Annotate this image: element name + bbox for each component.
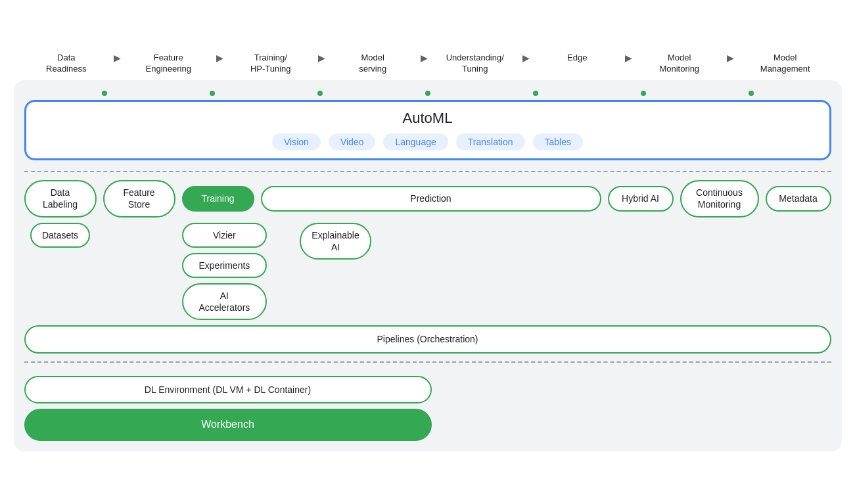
pill-datasets: Datasets <box>30 223 90 248</box>
dl-env-container: DL Environment (DL VM + DL Container) <box>24 376 432 403</box>
pill-experiments: Experiments <box>182 253 267 278</box>
dot-4 <box>425 91 430 96</box>
arrow-6-icon: ▶ <box>625 53 632 63</box>
dot-7 <box>749 91 754 96</box>
main-row-2: Datasets Vizier Experiments AI Accelerat… <box>24 223 831 321</box>
pipeline-steps: Data Readiness ▶ Feature Engineering ▶ T… <box>14 53 842 80</box>
dot-2 <box>210 91 215 96</box>
pill-data-labeling: Data Labeling <box>24 180 97 217</box>
pipelines-row: Pipelines (Orchestration) <box>24 325 831 353</box>
dot-1 <box>102 91 107 96</box>
arrow-3-icon: ▶ <box>318 53 325 63</box>
pill-workbench: Workbench <box>24 409 432 441</box>
pill-vizier: Vizier <box>182 223 267 248</box>
pill-continuous-monitoring: Continuous Monitoring <box>680 180 759 217</box>
divider-2 <box>24 361 831 363</box>
pill-pipelines: Pipelines (Orchestration) <box>24 325 831 353</box>
pill-dl-environment: DL Environment (DL VM + DL Container) <box>24 376 432 403</box>
step-edge: Edge ▶ <box>530 53 632 64</box>
step-model-monitoring: Model Monitoring ▶ <box>632 53 735 75</box>
diagram-main: AutoML Vision Video Language Translation… <box>14 80 842 451</box>
divider-1 <box>24 171 831 172</box>
step-understanding-tuning: Understanding/ Tuning ▶ <box>428 53 530 75</box>
chip-translation: Translation <box>456 133 525 150</box>
pill-feature-store: Feature Store <box>103 180 175 217</box>
dot-3 <box>317 91 323 96</box>
step-model-serving: Model serving ▶ <box>325 53 428 75</box>
chip-language: Language <box>383 133 448 150</box>
dot-5 <box>533 91 538 96</box>
automl-section: AutoML Vision Video Language Translation… <box>24 100 831 160</box>
automl-chips: Vision Video Language Translation Tables <box>37 133 819 150</box>
step-training-hp: Training/ HP-Tuning ▶ <box>223 53 326 75</box>
pill-ai-accelerators: AI Accelerators <box>182 283 267 320</box>
pill-explainable-ai: Explainable AI <box>300 223 371 260</box>
step-data-readiness: Data Readiness ▶ <box>19 53 122 75</box>
bottom-section: DL Environment (DL VM + DL Container) Wo… <box>24 371 831 441</box>
automl-title: AutoML <box>37 110 819 127</box>
dot-6 <box>641 91 646 96</box>
arrow-1-icon: ▶ <box>114 53 121 63</box>
col-explainable: Explainable AI <box>273 223 831 260</box>
pill-metadata: Metadata <box>766 186 831 211</box>
step-feature-engineering: Feature Engineering ▶ <box>121 53 223 75</box>
dot-row <box>24 91 831 96</box>
pill-training: Training <box>182 186 254 211</box>
arrow-4-icon: ▶ <box>421 53 428 63</box>
chip-vision: Vision <box>272 133 321 150</box>
col-datasets: Datasets <box>24 223 97 248</box>
pill-hybrid-ai: Hybrid AI <box>608 186 674 211</box>
chip-tables: Tables <box>533 133 583 150</box>
arrow-2-icon: ▶ <box>216 53 223 63</box>
diagram-wrapper: Data Readiness ▶ Feature Engineering ▶ T… <box>14 53 842 451</box>
chip-video: Video <box>329 133 376 150</box>
col-training-sub: Vizier Experiments AI Accelerators <box>182 223 267 321</box>
arrow-5-icon: ▶ <box>522 53 530 63</box>
main-row-1: Data Labeling Feature Store Training Pre… <box>24 180 831 217</box>
pill-prediction: Prediction <box>261 186 601 211</box>
workbench-container: Workbench <box>24 409 432 441</box>
step-model-management: Model Management <box>734 53 837 75</box>
arrow-7-icon: ▶ <box>727 53 734 63</box>
